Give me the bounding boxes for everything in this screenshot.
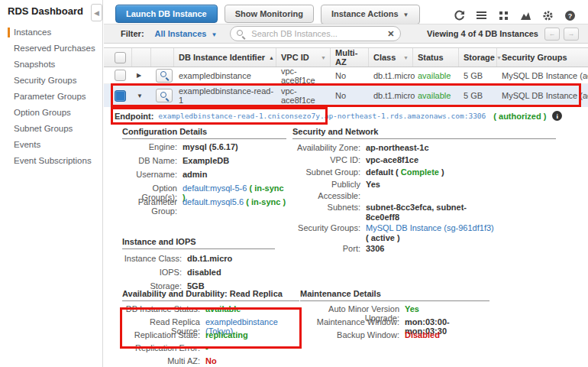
detail-label: Subnets: xyxy=(292,202,360,213)
detail-row: Port:3306 xyxy=(292,243,556,255)
column-header-status[interactable]: Status xyxy=(413,48,459,67)
select-all-checkbox[interactable] xyxy=(115,52,126,63)
detail-label: Maintenance Window: xyxy=(300,317,399,326)
search-box[interactable]: ✕ xyxy=(230,26,401,41)
detail-link[interactable]: default.mysql5.6 xyxy=(183,197,244,206)
sidebar-item-security-groups[interactable]: Security Groups xyxy=(0,73,102,89)
column-header-multi-az[interactable]: Multi-AZ xyxy=(331,48,369,67)
show-monitoring-button[interactable]: Show Monitoring xyxy=(225,5,314,23)
section-title: Security and Network xyxy=(292,127,556,139)
viewing-count-label: Viewing 4 of 4 DB Instances xyxy=(427,29,538,38)
sidebar-item-instances[interactable]: Instances xyxy=(0,24,102,41)
detail-label: Replication State: xyxy=(122,330,200,339)
table-row-selected[interactable]: ▼ exampledbinstance-read-1 vpc-ace8f1ce … xyxy=(104,84,588,107)
db-instance-identifier[interactable]: exampledbinstance-read-1 xyxy=(174,84,276,107)
detail-value: available xyxy=(205,304,241,313)
detail-row: Publicly Accessible:Yes xyxy=(292,179,556,202)
detail-value: Disabled xyxy=(405,330,440,339)
detail-value-part: subnet-8cc3efca, subnet- xyxy=(366,203,467,213)
column-header-vpc-id[interactable]: VPC ID▼ xyxy=(276,48,331,67)
inspect-instance-button[interactable] xyxy=(156,69,173,83)
monitoring-chart-icon[interactable] xyxy=(520,10,531,21)
search-input[interactable] xyxy=(250,28,383,39)
detail-value-part: mysql (5.6.17) xyxy=(183,142,238,151)
row-checkbox[interactable] xyxy=(115,90,126,102)
column-header-security-groups[interactable]: Security Groups xyxy=(497,48,588,67)
sidebar: RDS Dashboard Instances Reserved Purchas… xyxy=(0,0,103,367)
column-header-class[interactable]: Class▼ xyxy=(369,48,413,67)
sidebar-item-reserved-purchases[interactable]: Reserved Purchases xyxy=(0,41,102,57)
sidebar-item-events[interactable]: Events xyxy=(0,137,102,153)
sidebar-menu: Instances Reserved Purchases Snapshots S… xyxy=(0,24,102,169)
class-cell: db.t1.micro xyxy=(369,84,413,107)
column-header-identifier[interactable]: DB Instance Identifier▲ xyxy=(174,48,276,67)
info-icon[interactable]: i xyxy=(552,111,562,121)
inspect-instance-button[interactable] xyxy=(156,89,173,102)
db-instance-identifier[interactable]: exampledbinstance xyxy=(174,67,276,83)
instance-actions-button[interactable]: Instance Actions▼ xyxy=(321,5,420,24)
column-menu-icon[interactable]: ▼ xyxy=(403,55,409,60)
detail-label: Security Groups: xyxy=(292,222,360,234)
grid-view-icon[interactable] xyxy=(498,10,509,21)
help-icon[interactable]: ? xyxy=(564,10,576,21)
detail-label: Backup Window: xyxy=(300,330,399,339)
multi-az-cell: No xyxy=(331,67,369,83)
detail-link[interactable]: default:mysql-5-6 xyxy=(183,184,247,193)
detail-row: DB Name:ExampleDB xyxy=(122,156,286,170)
section-maintenance-details: Maintenance DetailsAuto Minor Version Up… xyxy=(300,289,489,343)
detail-row: Replication Error:- xyxy=(122,343,299,356)
detail-label: DB Name: xyxy=(122,156,177,165)
settings-gear-icon[interactable] xyxy=(542,10,554,21)
storage-cell: 5 GB xyxy=(459,84,497,107)
detail-label: Parameter Group: xyxy=(122,197,177,216)
endpoint-row: Endpoint: exampledbinstance-read-1.cnico… xyxy=(104,107,588,125)
detail-label: Port: xyxy=(292,243,360,255)
endpoint-value[interactable]: exampledbinstance-read-1.cniconsezo7y.ap… xyxy=(158,112,486,120)
next-page-button[interactable]: → xyxy=(564,28,579,41)
column-header-storage[interactable]: Storage▼ xyxy=(459,48,497,67)
detail-value: MySQL DB Instance (sg-961df1f3)( active … xyxy=(366,223,494,243)
sidebar-item-subnet-groups[interactable]: Subnet Groups xyxy=(0,121,102,137)
refresh-icon[interactable] xyxy=(454,10,465,21)
detail-value: 3306 xyxy=(366,243,384,255)
svg-text:?: ? xyxy=(568,12,573,20)
detail-value: replicating xyxy=(205,330,248,339)
sidebar-item-parameter-groups[interactable]: Parameter Groups xyxy=(0,89,102,105)
class-cell: db.t1.micro xyxy=(369,67,413,83)
status-badge: available xyxy=(413,67,459,83)
filter-dropdown[interactable]: All Instances▼ xyxy=(155,29,218,38)
column-menu-icon[interactable]: ▼ xyxy=(321,55,326,60)
detail-label: Username: xyxy=(122,170,177,179)
table-row[interactable]: ▶ exampledbinstance vpc-ace8f1ce No db.t… xyxy=(104,67,588,84)
table-header: DB Instance Identifier▲ VPC ID▼ Multi-AZ… xyxy=(104,47,588,67)
sidebar-item-event-subscriptions[interactable]: Event Subscriptions xyxy=(0,153,102,169)
list-view-icon[interactable] xyxy=(476,10,487,21)
section-title: Availability and Durability: Read Replic… xyxy=(122,289,299,301)
security-groups-cell[interactable]: MySQL DB Instance (active) xyxy=(497,84,588,107)
collapse-row-icon[interactable]: ▼ xyxy=(137,93,143,99)
expand-row-icon[interactable]: ▶ xyxy=(137,72,141,79)
detail-value-part: Yes xyxy=(366,180,380,189)
sidebar-item-snapshots[interactable]: Snapshots xyxy=(0,57,102,73)
detail-label: DB Instance Status: xyxy=(122,304,200,313)
clear-search-icon[interactable]: ✕ xyxy=(387,29,394,39)
vpc-id-cell: vpc-ace8f1ce xyxy=(276,84,331,107)
topbar-icon-strip: ? xyxy=(454,10,576,21)
detail-value-part: disabled xyxy=(187,268,221,277)
prev-page-button[interactable]: ← xyxy=(544,28,560,41)
detail-link[interactable]: MySQL DB Instance (sg-961df1f3) xyxy=(366,223,494,233)
sidebar-item-option-groups[interactable]: Option Groups xyxy=(0,105,102,121)
detail-label: Replication Error: xyxy=(122,343,200,352)
security-groups-cell[interactable]: MySQL DB Instance (active) xyxy=(497,67,588,83)
detail-value-part: ap-northeast-1c xyxy=(366,143,429,152)
detail-value-part: Yes xyxy=(405,304,419,313)
detail-row: Instance Class:db.t1.micro xyxy=(122,254,275,268)
detail-value: No xyxy=(205,356,217,365)
chevron-left-icon: ◀ xyxy=(94,9,99,17)
launch-db-instance-button[interactable]: Launch DB Instance xyxy=(115,5,218,23)
detail-value-part: available xyxy=(205,304,241,313)
detail-label: Publicly Accessible: xyxy=(292,179,360,202)
storage-cell: 5 GB xyxy=(459,67,497,83)
sidebar-collapse-button[interactable]: ◀ xyxy=(91,4,102,21)
row-checkbox[interactable] xyxy=(115,70,126,81)
